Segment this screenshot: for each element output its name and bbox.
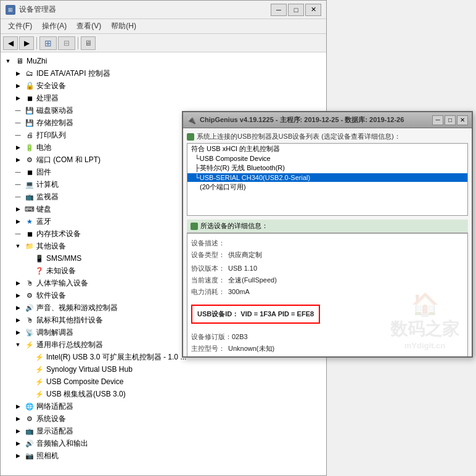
detail-power-label: 电力消耗： [191, 286, 228, 298]
tree-item-system[interactable]: ▶ ⚙ 系统设备 [1, 412, 326, 425]
camera-expander[interactable]: ▶ [13, 451, 23, 461]
device-list-item-4[interactable]: (20个端口可用) [187, 182, 467, 192]
menu-file[interactable]: 文件(F) [3, 20, 37, 33]
device-list-item-2[interactable]: ├英特尔(R) 无线 Bluetooth(R) [187, 163, 467, 173]
network-icon: 🌐 [25, 401, 35, 411]
print-expander[interactable]: — [13, 130, 23, 140]
camera-label: 照相机 [36, 451, 59, 461]
root-expander[interactable]: ▼ [3, 56, 13, 66]
battery-label: 电池 [36, 142, 51, 153]
menu-action[interactable]: 操作(A) [37, 20, 72, 33]
storage-label: 存储控制器 [36, 118, 73, 128]
tree-item-network[interactable]: ▶ 🌐 网络适配器 [1, 400, 326, 412]
firmware-label: 固件 [36, 167, 51, 178]
sms-expander [23, 253, 33, 263]
display-icon: 📺 [25, 426, 35, 436]
battery-expander[interactable]: ▶ [13, 142, 23, 152]
software-icon: ⚙ [25, 290, 35, 300]
intel-usb-icon: ⚡ [35, 352, 44, 362]
ide-expander[interactable]: ▶ [13, 68, 23, 78]
popup-close[interactable]: ✕ [457, 115, 468, 125]
unknown-label: 未知设备 [46, 266, 76, 276]
tree-item-display[interactable]: ▶ 📺 显示适配器 [1, 425, 326, 437]
audio-label: 音频输入和输出 [36, 438, 88, 449]
tree-item-usb-root-hub[interactable]: ⚡ USB 根集线器(USB 3.0) [1, 388, 326, 400]
mouse-label: 鼠标和其他指针设备 [36, 315, 103, 326]
device-list[interactable]: 符合 USB xHCI 的主机控制器 └USB Composite Device… [187, 143, 468, 216]
system-expander[interactable]: ▶ [13, 414, 23, 424]
tree-item-usb-composite[interactable]: ⚡ USB Composite Device [1, 375, 326, 388]
monitor-expander[interactable]: — [13, 192, 23, 202]
sms-label: SMS/MMS [46, 254, 81, 263]
tree-item-camera[interactable]: ▶ 📷 照相机 [1, 449, 326, 462]
window-title: 设备管理器 [19, 4, 56, 15]
tree-item-audio[interactable]: ▶ 🔊 音频输入和输出 [1, 437, 326, 449]
usb-root-hub-label: USB 根集线器(USB 3.0) [46, 389, 126, 400]
port-label: 端口 (COM 和 LPT) [36, 155, 101, 165]
mouse-expander[interactable]: ▶ [13, 315, 23, 325]
keyboard-icon: ⌨ [25, 204, 35, 214]
detail-row-type: 设备类型： 供应商定制 [191, 249, 464, 261]
bluetooth-icon: ★ [25, 216, 35, 226]
display-expander[interactable]: ▶ [13, 426, 23, 436]
tree-item-cpu[interactable]: ▶ ◼ 处理器 [1, 92, 326, 104]
sound-expander[interactable]: ▶ [13, 303, 23, 313]
software-label: 软件设备 [36, 290, 66, 301]
device-list-item-1[interactable]: └USB Composite Device [187, 154, 467, 163]
memory-expander[interactable]: — [13, 229, 23, 239]
tree-item-ide[interactable]: ▶ 🗂 IDE ATA/ATAPI 控制器 [1, 67, 326, 80]
menu-view[interactable]: 查看(V) [72, 20, 106, 33]
tree-item-security[interactable]: ▶ 🔒 安全设备 [1, 80, 326, 92]
device-list-item-0[interactable]: 符合 USB xHCI 的主机控制器 [187, 144, 467, 154]
modem-expander[interactable]: ▶ [13, 327, 23, 337]
tree-root[interactable]: ▼ MuZhi [1, 55, 326, 67]
forward-button[interactable]: ▶ [19, 36, 34, 50]
network-expander[interactable]: ▶ [13, 401, 23, 411]
bluetooth-label: 蓝牙 [36, 216, 51, 227]
properties-button[interactable]: 🖥 [81, 36, 96, 50]
audio-expander[interactable]: ▶ [13, 438, 23, 448]
popup-maximize[interactable]: □ [445, 115, 456, 125]
security-icon: 🔒 [25, 81, 35, 91]
display-label: 显示适配器 [36, 426, 73, 437]
computer-expander[interactable]: — [13, 179, 23, 189]
usb-root-expander[interactable]: ▼ [13, 340, 23, 350]
menu-help[interactable]: 帮助(H) [106, 20, 141, 33]
detail-revision-label: 设备修订版： [191, 331, 232, 343]
details-header: 所选设备的详细信息： [187, 220, 468, 233]
root-label: MuZhi [27, 57, 47, 65]
maximize-button[interactable]: □ [288, 4, 304, 16]
keyboard-expander[interactable]: ▶ [13, 204, 23, 214]
detail-proto-label: 协议版本： [191, 263, 228, 274]
close-button[interactable]: ✕ [305, 4, 321, 16]
popup-minimize[interactable]: ─ [432, 115, 443, 125]
firmware-expander[interactable]: — [13, 167, 23, 177]
other-expander[interactable]: ▼ [13, 241, 23, 251]
detail-row-desc: 设备描述： [191, 237, 464, 249]
disk-expander[interactable]: — [13, 105, 23, 115]
tree-item-synology[interactable]: ⚡ Synology Virtual USB Hub [1, 363, 326, 375]
hid-expander[interactable]: ▶ [13, 278, 23, 288]
device-list-item-3[interactable]: └USB-SERIAL CH340(USB2.0-Serial) [187, 173, 467, 182]
window-controls: ─ □ ✕ [271, 4, 321, 16]
cpu-expander[interactable]: ▶ [13, 93, 23, 103]
device-list-label: 系统上连接的USB控制器及USB设备列表 (选定设备查看详细信息)： [187, 132, 468, 141]
detail-row-proto: 协议版本： USB 1.10 [191, 263, 464, 274]
detail-speed-value: 全速(FullSpeed) [228, 274, 277, 286]
hide-button[interactable]: ⊟ [58, 36, 75, 50]
sound-icon: 🔊 [25, 303, 35, 313]
security-expander[interactable]: ▶ [13, 81, 23, 91]
software-expander[interactable]: ▶ [13, 290, 23, 300]
port-expander[interactable]: ▶ [13, 155, 23, 165]
other-icon: 📁 [25, 241, 35, 251]
detail-row-speed: 当前速度： 全速(FullSpeed) [191, 274, 464, 286]
bluetooth-expander[interactable]: ▶ [13, 216, 23, 226]
show-button[interactable]: ⊞ [39, 36, 57, 50]
minimize-button[interactable]: ─ [271, 4, 287, 16]
detail-revision-value: 02B3 [232, 331, 248, 343]
back-button[interactable]: ◀ [3, 36, 18, 50]
unknown-icon: ❓ [35, 266, 44, 276]
print-icon: 🖨 [25, 130, 35, 140]
storage-expander[interactable]: — [13, 118, 23, 128]
usb-root-icon: ⚡ [25, 340, 35, 350]
